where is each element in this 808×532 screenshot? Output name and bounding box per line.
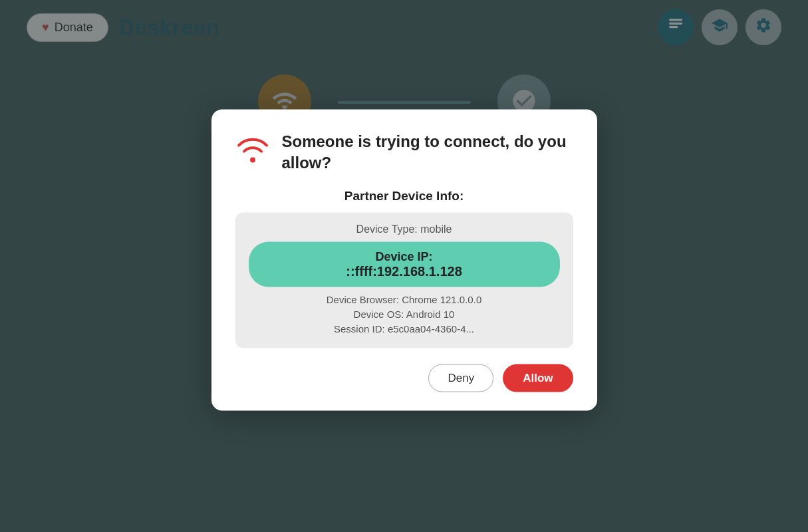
dialog-actions: Deny Allow <box>235 364 573 392</box>
wifi-signal-icon <box>235 131 270 160</box>
dialog-header: Someone is trying to connect, do you all… <box>235 131 573 174</box>
session-id: Session ID: e5c0aa04-4360-4... <box>249 323 560 334</box>
deny-button[interactable]: Deny <box>428 364 493 392</box>
device-info-section: Partner Device Info: Device Type: mobile… <box>235 188 573 348</box>
dialog-title: Someone is trying to connect, do you all… <box>282 131 573 174</box>
device-type: Device Type: mobile <box>249 223 560 235</box>
device-info-box: Device Type: mobile Device IP: ::ffff:19… <box>235 212 573 348</box>
device-info-heading: Partner Device Info: <box>235 188 573 203</box>
ip-value: ::ffff:192.168.1.128 <box>262 263 547 279</box>
ip-label: Device IP: <box>262 249 547 263</box>
connection-dialog: Someone is trying to connect, do you all… <box>211 110 597 411</box>
device-os: Device OS: Android 10 <box>249 308 560 319</box>
device-browser: Device Browser: Chrome 121.0.0.0 <box>249 293 560 305</box>
svg-point-6 <box>250 158 255 163</box>
allow-button[interactable]: Allow <box>503 364 573 392</box>
device-ip-highlight: Device IP: ::ffff:192.168.1.128 <box>249 241 560 287</box>
